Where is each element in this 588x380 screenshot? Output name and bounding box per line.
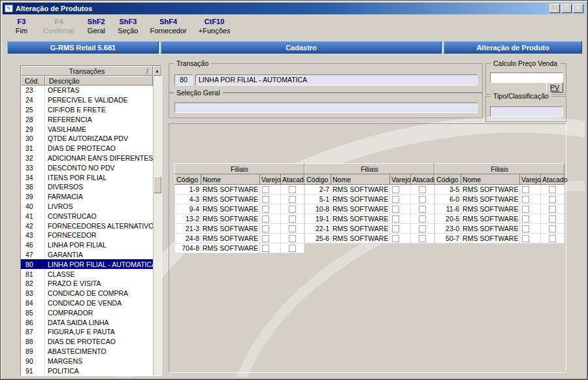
transaction-row[interactable]: 33DESCONTO NO PDV	[21, 163, 153, 172]
transaction-row[interactable]: 23OFERTAS	[21, 86, 153, 95]
varejo-checkbox[interactable]	[522, 215, 529, 223]
transaction-row[interactable]: 84CONDICAO DE VENDA	[21, 298, 153, 308]
transaction-row[interactable]: 29VASILHAME	[21, 124, 153, 134]
atacado-checkbox[interactable]	[549, 186, 556, 193]
transactions-header[interactable]: Transações /	[21, 66, 153, 76]
filial-row[interactable]: 21-3RMS SOFTWARE - I	[175, 224, 304, 234]
transaction-row[interactable]: 88DIAS DE PROTECAO	[21, 337, 153, 347]
filial-row[interactable]: 9-4RMS SOFTWARE - I	[175, 204, 304, 214]
varejo-checkbox[interactable]	[262, 186, 269, 193]
varejo-checkbox[interactable]	[262, 235, 269, 242]
atacado-checkbox[interactable]	[289, 225, 296, 232]
filial-row[interactable]: 19-1RMS SOFTWARE -	[305, 214, 434, 224]
transaction-row[interactable]: 83CONDICAO DE COMPRA	[21, 289, 153, 298]
filial-row[interactable]: 704-8RMS SOFTWARE - I	[175, 244, 304, 253]
filial-row[interactable]: 25-6RMS SOFTWARE - I	[305, 234, 434, 244]
scrollbar-thumb[interactable]	[154, 176, 161, 193]
filial-row[interactable]: 13-2RMS SOFTWARE - I	[175, 214, 304, 224]
transaction-row[interactable]: 28REFERENCIA	[21, 114, 153, 124]
toolbar-item-shf4[interactable]: ShF4Fornecedor	[150, 18, 187, 35]
atacado-checkbox[interactable]	[549, 215, 556, 223]
column-header-code[interactable]: Cód.	[21, 76, 45, 86]
selecao-geral-field[interactable]	[174, 103, 478, 113]
transactions-scrollbar[interactable]	[153, 76, 161, 375]
transaction-row[interactable]: 85COMPRADOR	[21, 308, 153, 317]
atacado-checkbox[interactable]	[419, 206, 426, 213]
atacado-checkbox[interactable]	[419, 225, 426, 232]
toolbar-item-shf2[interactable]: ShF2Geral	[86, 18, 106, 35]
varejo-checkbox[interactable]	[522, 206, 529, 213]
minimize-button[interactable]: _	[549, 4, 560, 13]
transaction-row[interactable]: 25CIF/FOB E FRETE	[21, 105, 153, 115]
transaction-row[interactable]: 86DATA SAIDA LINHA	[21, 317, 153, 327]
varejo-checkbox[interactable]	[392, 225, 399, 232]
filial-row[interactable]: 20-5RMS SOFTWARE - I	[435, 214, 564, 224]
transaction-row[interactable]: 39FARMACIA	[21, 192, 153, 202]
varejo-checkbox[interactable]	[522, 225, 529, 232]
atacado-checkbox[interactable]	[419, 215, 426, 223]
filial-row[interactable]: 11-6RMS SOFTWARE - I	[435, 204, 564, 214]
atacado-checkbox[interactable]	[289, 215, 296, 223]
transaction-row[interactable]: 91POLITICA	[21, 366, 153, 375]
varejo-checkbox[interactable]	[392, 215, 399, 223]
transaction-row[interactable]: 90MARGENS	[21, 356, 153, 366]
filial-row[interactable]: 5-1RMS SOFTWARE - I	[305, 195, 434, 204]
filial-row[interactable]: 6-0RMS SOFTWARE - I	[435, 195, 564, 204]
pv-button[interactable]: PV	[546, 82, 563, 93]
varejo-checkbox[interactable]	[522, 186, 529, 193]
atacado-checkbox[interactable]	[549, 235, 556, 242]
transaction-row[interactable]: 32ADICIONAR EAN'S DIFERENTES	[21, 153, 153, 163]
atacado-checkbox[interactable]	[289, 196, 296, 203]
varejo-checkbox[interactable]	[262, 206, 269, 213]
scroll-up-button[interactable]: ▲	[153, 66, 161, 76]
filial-row[interactable]: 50-7RMS SOFTWARE - I	[435, 234, 564, 244]
atacado-checkbox[interactable]	[289, 206, 296, 213]
atacado-checkbox[interactable]	[289, 186, 296, 193]
varejo-checkbox[interactable]	[262, 225, 269, 232]
transaction-row[interactable]: 89ABASTECIMENTO	[21, 347, 153, 356]
transaction-row[interactable]: 81CLASSE	[21, 269, 153, 279]
toolbar-item-shf3[interactable]: ShF3Seção	[118, 18, 138, 35]
filial-row[interactable]: 22-1RMS SOFTWARE - I	[305, 224, 434, 234]
varejo-checkbox[interactable]	[522, 235, 529, 242]
atacado-checkbox[interactable]	[549, 196, 556, 203]
atacado-checkbox[interactable]	[289, 235, 296, 242]
varejo-checkbox[interactable]	[392, 186, 399, 193]
filial-row[interactable]: 23-0RMS SOFTWARE - I	[435, 224, 564, 234]
filial-row[interactable]: 10-8RMS SOFTWARE - I	[305, 204, 434, 214]
tipo-classificacao-field[interactable]	[490, 106, 563, 117]
filial-row[interactable]: 1-9RMS SOFTWARE - I	[175, 185, 304, 195]
maximize-button[interactable]: □	[561, 4, 572, 13]
atacado-checkbox[interactable]	[419, 196, 426, 203]
calculo-preco-venda-input[interactable]	[490, 72, 563, 83]
transaction-row[interactable]: 24PERECIVEL E VALIDADE	[21, 95, 153, 105]
atacado-checkbox[interactable]	[549, 206, 556, 213]
filial-row[interactable]: 24-8RMS SOFTWARE - I	[175, 234, 304, 244]
transacao-name-field[interactable]: LINHA POR FILIAL - AUTOMATICA	[195, 74, 478, 86]
transaction-row[interactable]: 46LINHA POR FILIAL	[21, 240, 153, 250]
filial-row[interactable]: 3-5RMS SOFTWARE - I	[435, 185, 564, 195]
atacado-checkbox[interactable]	[549, 225, 556, 232]
transaction-row[interactable]: 43FORNECEDOR	[21, 230, 153, 240]
transaction-row[interactable]: 87FIGURA,UF E PAUTA	[21, 327, 153, 337]
atacado-checkbox[interactable]	[289, 245, 296, 252]
transaction-row[interactable]: 34ITENS POR FILIAL	[21, 172, 153, 182]
varejo-checkbox[interactable]	[262, 215, 269, 223]
filial-row[interactable]: 4-3RMS SOFTWARE - I	[175, 195, 304, 204]
transaction-row[interactable]: 40LIVROS	[21, 202, 153, 212]
transaction-row[interactable]: 41CONSTRUCAO	[21, 211, 153, 221]
transacao-code-field[interactable]: 80	[174, 74, 193, 86]
filial-row[interactable]: 2-7RMS SOFTWARE - I	[305, 185, 434, 195]
transaction-row[interactable]: 82PRAZO E VISITA	[21, 279, 153, 289]
varejo-checkbox[interactable]	[392, 235, 399, 242]
transaction-row[interactable]: 31DIAS DE PROTECAO	[21, 144, 153, 153]
column-header-description[interactable]: Descrição	[45, 76, 153, 86]
transaction-row[interactable]: 30QTDE AUTORIZADA PDV	[21, 134, 153, 144]
toolbar-item-ctf10[interactable]: CtF10+Funções	[199, 18, 231, 35]
transaction-row[interactable]: 42FORNECEDORES ALTERNATIVOS	[21, 221, 153, 230]
varejo-checkbox[interactable]	[262, 245, 269, 252]
transaction-row[interactable]: 38DIVERSOS	[21, 182, 153, 192]
transaction-row[interactable]: 80LINHA POR FILIAL - AUTOMATICA	[21, 259, 153, 269]
transaction-row[interactable]: 47GARANTIA	[21, 250, 153, 260]
varejo-checkbox[interactable]	[522, 196, 529, 203]
